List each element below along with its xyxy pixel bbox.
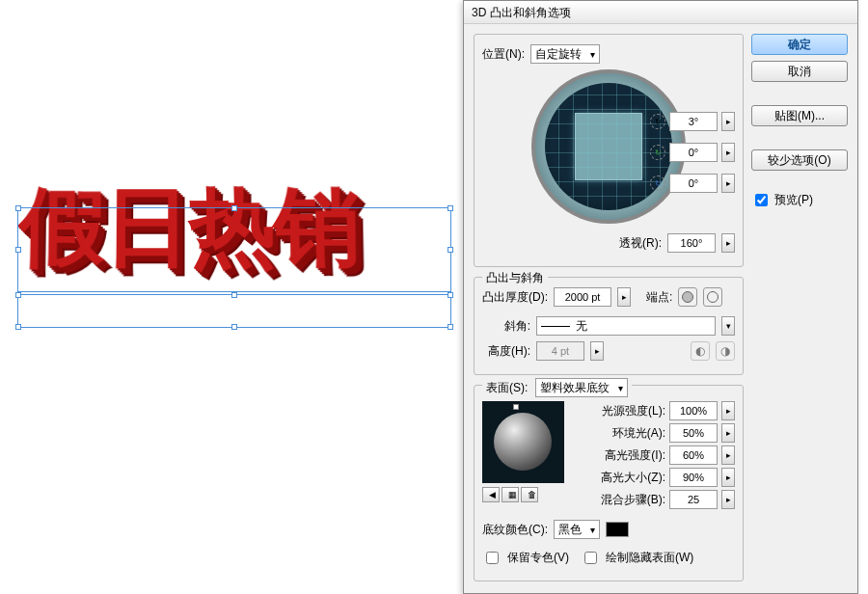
3d-options-dialog: 3D 凸出和斜角选项 位置(N): 自定旋转 ↻▸ ↻▸ ↻▸ — [463, 0, 858, 594]
ambient-label: 环境光(A): — [588, 425, 665, 442]
shade-color-dropdown[interactable]: 黑色 — [554, 520, 600, 539]
perspective-label: 透视(R): — [619, 235, 662, 252]
ok-button[interactable]: 确定 — [751, 34, 848, 55]
cancel-button[interactable]: 取消 — [751, 61, 848, 82]
stepper-icon[interactable]: ▸ — [721, 446, 735, 465]
depth-input[interactable] — [554, 287, 611, 307]
new-light-button[interactable]: ▦ — [502, 487, 519, 502]
bevel-height-input — [536, 341, 584, 361]
canvas-area: 假日热销 — [0, 0, 463, 594]
stepper-icon[interactable]: ▸ — [721, 112, 735, 131]
bevel-label: 斜角: — [482, 318, 530, 335]
shade-color-label: 底纹颜色(C): — [482, 522, 548, 538]
resize-handle[interactable] — [231, 292, 237, 298]
extrude-group-label: 凸出与斜角 — [482, 270, 548, 286]
cap-on-button[interactable] — [678, 287, 697, 307]
resize-handle[interactable] — [448, 205, 453, 211]
resize-handle[interactable] — [231, 324, 237, 330]
rotate-y-input[interactable] — [669, 143, 718, 162]
light-intensity-input[interactable] — [669, 401, 718, 420]
resize-handle[interactable] — [15, 247, 21, 253]
stepper-icon[interactable]: ▸ — [721, 468, 735, 487]
surface-group-label: 表面(S): 塑料效果底纹 — [482, 378, 632, 397]
selection-bounds — [17, 207, 451, 292]
position-label: 位置(N): — [482, 46, 525, 63]
resize-handle[interactable] — [448, 292, 453, 298]
cap-label: 端点: — [646, 289, 672, 306]
bevel-out-icon: ◑ — [716, 341, 735, 361]
light-back-button[interactable]: ◀ — [482, 487, 500, 502]
bevel-dropdown[interactable]: 无 — [536, 316, 716, 336]
map-art-button[interactable]: 贴图(M)... — [751, 105, 848, 126]
resize-handle[interactable] — [15, 205, 21, 211]
selection-bounds-secondary — [17, 294, 451, 328]
stepper-icon[interactable]: ▸ — [721, 174, 735, 193]
stepper-icon[interactable]: ▸ — [721, 423, 735, 443]
blend-steps-label: 混合步骤(B): — [588, 492, 665, 508]
rotate-z-icon: ↻ — [650, 176, 665, 191]
preserve-spot-label: 保留专色(V) — [507, 550, 569, 566]
preserve-spot-checkbox[interactable] — [486, 552, 499, 564]
stepper-icon[interactable]: ▸ — [617, 287, 631, 307]
ambient-input[interactable] — [669, 423, 718, 443]
extrude-bevel-group: 凸出与斜角 凸出厚度(D): ▸ 端点: 斜角: 无 ▾ — [474, 277, 744, 375]
light-handle[interactable] — [513, 404, 519, 410]
preview-checkbox[interactable] — [755, 194, 768, 206]
resize-handle[interactable] — [448, 324, 453, 330]
resize-handle[interactable] — [231, 205, 237, 211]
cap-off-button[interactable] — [703, 287, 722, 307]
dialog-title: 3D 凸出和斜角选项 — [464, 1, 857, 24]
bevel-in-icon: ◐ — [691, 341, 710, 361]
stepper-icon[interactable]: ▸ — [721, 143, 735, 162]
stepper-icon[interactable]: ▸ — [721, 233, 735, 253]
blend-steps-input[interactable] — [669, 490, 718, 509]
rotate-x-icon: ↻ — [650, 114, 665, 129]
resize-handle[interactable] — [15, 324, 21, 330]
highlight-intensity-label: 高光强度(I): — [588, 447, 665, 464]
shade-color-swatch[interactable] — [606, 522, 629, 537]
draw-hidden-label: 绘制隐藏表面(W) — [606, 550, 693, 566]
depth-label: 凸出厚度(D): — [482, 289, 548, 306]
rotate-x-input[interactable] — [669, 112, 718, 131]
preview-label: 预览(P) — [774, 192, 813, 208]
delete-light-button[interactable]: 🗑 — [521, 487, 538, 502]
highlight-size-input[interactable] — [669, 468, 718, 487]
stepper-icon[interactable]: ▸ — [590, 341, 604, 361]
surface-dropdown[interactable]: 塑料效果底纹 — [535, 378, 628, 397]
height-label: 高度(H): — [482, 343, 530, 360]
rotate-y-icon: ↻ — [650, 145, 665, 160]
highlight-intensity-input[interactable] — [669, 446, 718, 465]
highlight-size-label: 高光大小(Z): — [588, 470, 665, 486]
position-group: 位置(N): 自定旋转 ↻▸ ↻▸ ↻▸ 透视(R): — [474, 34, 744, 267]
resize-handle[interactable] — [448, 247, 453, 253]
draw-hidden-checkbox[interactable] — [584, 552, 597, 564]
perspective-input[interactable] — [667, 233, 716, 253]
light-intensity-label: 光源强度(L): — [588, 403, 665, 419]
position-dropdown[interactable]: 自定旋转 — [530, 44, 600, 64]
light-preview[interactable] — [482, 401, 564, 483]
surface-group: 表面(S): 塑料效果底纹 ◀ ▦ 🗑 — [474, 385, 744, 581]
stepper-icon[interactable]: ▸ — [721, 490, 735, 509]
stepper-icon[interactable]: ▸ — [721, 401, 735, 420]
resize-handle[interactable] — [15, 292, 21, 298]
dropdown-arrow-icon[interactable]: ▾ — [721, 316, 735, 336]
rotate-z-input[interactable] — [669, 174, 718, 193]
fewer-options-button[interactable]: 较少选项(O) — [751, 149, 848, 171]
